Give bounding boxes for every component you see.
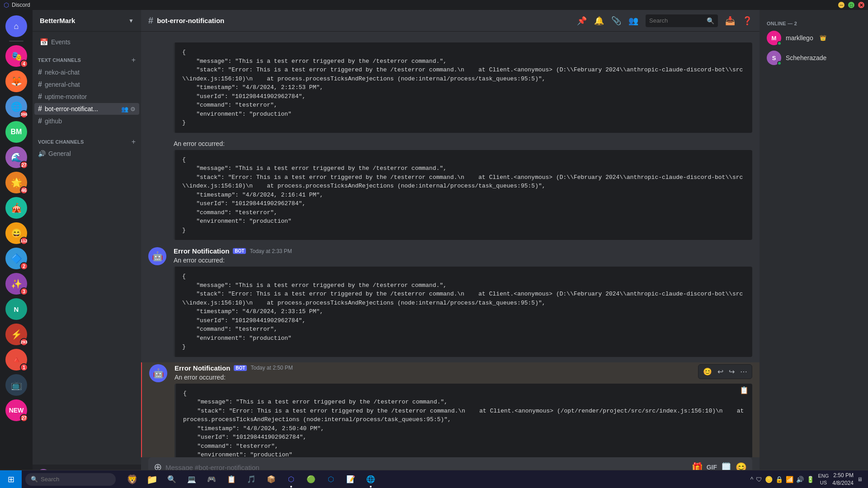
server-icon-1[interactable]: 🎭 4: [5, 45, 27, 67]
server-icon-8[interactable]: 😄 112: [5, 222, 27, 244]
add-voice-channel-icon[interactable]: +: [132, 138, 136, 146]
server-icon-13[interactable]: 🔺 1: [5, 349, 27, 371]
channel-item-general-chat[interactable]: # general-chat: [34, 79, 139, 90]
forward-button-4[interactable]: ↪: [727, 366, 736, 377]
title-bar-left: ⬡ Discord: [4, 1, 30, 9]
start-button[interactable]: ⊞: [0, 470, 22, 488]
taskbar-app-discord[interactable]: ⬡: [282, 470, 300, 488]
channel-item-bot-error-notification[interactable]: # bot-error-notificat... 👥 ⚙: [34, 103, 139, 115]
server-icon-5[interactable]: 🌊 27: [5, 146, 27, 168]
taskbar-search-input[interactable]: [41, 476, 104, 483]
category-header-text[interactable]: TEXT CHANNELS +: [36, 56, 137, 64]
member-item-scheherazade[interactable]: S Scheherazade: [763, 48, 864, 68]
taskbar-app-search[interactable]: 🔍: [163, 470, 181, 488]
server-badge-13: 1: [20, 363, 28, 371]
server-icon-14[interactable]: 📺: [5, 374, 27, 396]
server-icon-7[interactable]: 🎪: [5, 197, 27, 219]
member-name-markllego: markllego: [786, 34, 813, 42]
chat-search-input[interactable]: [649, 17, 704, 24]
settings-icon[interactable]: ⚙: [130, 106, 136, 113]
language-indicator[interactable]: ENGUS: [818, 473, 829, 486]
channel-item-github[interactable]: # github: [34, 115, 139, 127]
server-icon-10[interactable]: ✨ 3: [5, 273, 27, 295]
server-icon-2[interactable]: 🦊: [5, 70, 27, 92]
voice-channels-category: VOICE CHANNELS +: [33, 131, 141, 148]
more-options-button-4[interactable]: ⋯: [738, 366, 749, 377]
channel-list: 📅 Events TEXT CHANNELS + # neko-ai-chat …: [33, 32, 141, 465]
hash-icon: #: [38, 117, 42, 125]
taskbar-app-notes2[interactable]: 📝: [342, 470, 360, 488]
wifi-icon[interactable]: 📶: [786, 476, 793, 483]
system-time: 2:50 PM 4/8/2024: [832, 472, 854, 487]
message-group-3: 🤖 Error Notification BOT Today at 2:33 P…: [141, 245, 760, 361]
channel-item-general-voice[interactable]: 🔊 General: [34, 148, 139, 159]
taskbar-right: ^ 🛡 🪙 🔒 📶 🔊 🔋 ENGUS 2:50 PM 4/8/2024 🖥: [750, 472, 868, 487]
search-icon: 🔍: [707, 17, 714, 24]
pin-icon-2[interactable]: 📎: [611, 16, 621, 26]
channel-item-neko-ai-chat[interactable]: # neko-ai-chat: [34, 66, 139, 78]
coin-icon[interactable]: 🪙: [765, 476, 773, 483]
taskbar-app-green[interactable]: 🟢: [302, 470, 320, 488]
server-icon-home[interactable]: ⌂: [5, 15, 27, 37]
volume-icon[interactable]: 🔊: [796, 476, 804, 483]
taskbar-app-chrome[interactable]: 🌐: [362, 470, 380, 488]
server-icon-new[interactable]: NEW 27: [5, 399, 27, 421]
category-header-voice[interactable]: VOICE CHANNELS +: [36, 138, 137, 146]
server-icon-4[interactable]: BM: [5, 121, 27, 143]
message-content-3: Error Notification BOT Today at 2:33 PM …: [174, 247, 752, 359]
events-item[interactable]: 📅 Events: [34, 36, 139, 48]
message-actions-4: 😊 ↩ ↪ ⋯: [698, 364, 752, 379]
server-icon-6[interactable]: 🌟 46: [5, 172, 27, 193]
taskbar-app-code[interactable]: ⬡: [322, 470, 340, 488]
server-icon-11[interactable]: N: [5, 298, 27, 320]
chevron-down-icon: ▼: [128, 18, 134, 24]
channel-name: uptime-monitor: [45, 93, 87, 100]
members-list-icon[interactable]: 👥: [628, 16, 638, 26]
vscode-icon: ⬡: [328, 475, 334, 483]
chrome-icon: 🌐: [366, 475, 375, 483]
taskbar-app-terminal[interactable]: 💻: [183, 470, 201, 488]
taskbar-app-explorer[interactable]: 📁: [143, 470, 161, 488]
member-avatar-scheherazade: S: [767, 51, 781, 65]
help-icon[interactable]: ❓: [742, 16, 752, 26]
message-text-2: An error occurred:: [174, 140, 752, 147]
member-item-markllego[interactable]: M markllego 👑: [763, 28, 864, 48]
member-status-markllego: [777, 41, 782, 46]
message-header-4: Error Notification BOT Today at 2:50 PM: [175, 364, 752, 372]
message-content-1: { "message": "This is a test error trigg…: [174, 41, 752, 135]
battery-icon[interactable]: 🔋: [807, 476, 814, 483]
add-channel-icon[interactable]: +: [132, 56, 136, 64]
vpn-icon[interactable]: 🔒: [775, 476, 783, 483]
server-icon-9[interactable]: 🔷 2: [5, 248, 27, 269]
channel-item-uptime-monitor[interactable]: # uptime-monitor: [34, 91, 139, 103]
server-icon-3[interactable]: 🌐 396: [5, 96, 27, 117]
chat-search-box[interactable]: 🔍: [646, 14, 718, 27]
member-name-scheherazade: Scheherazade: [786, 54, 826, 61]
message-timestamp-3: Today at 2:33 PM: [250, 248, 292, 254]
taskbar-app-notes[interactable]: 📋: [222, 470, 241, 488]
close-button[interactable]: ✕: [858, 2, 864, 8]
antivirus-icon[interactable]: 🛡: [756, 476, 762, 483]
home-icon: ⌂: [14, 22, 19, 31]
maximize-button[interactable]: □: [848, 2, 854, 8]
taskbar-search-box[interactable]: 🔍: [25, 473, 116, 486]
server-header[interactable]: BetterMark ▼: [33, 10, 141, 32]
emoji-react-button-4[interactable]: 😊: [701, 366, 714, 377]
taskbar-app-music[interactable]: 🎵: [242, 470, 260, 488]
server-badge-12: 293: [20, 338, 28, 346]
members-icon[interactable]: 👥: [121, 106, 128, 113]
hash-icon: #: [38, 80, 42, 89]
chevron-up-icon[interactable]: ^: [750, 476, 754, 483]
taskbar-app-browser[interactable]: 🦁: [123, 470, 141, 488]
minimize-button[interactable]: ─: [838, 2, 844, 8]
inbox-icon[interactable]: 📥: [725, 16, 735, 26]
taskbar-app-package[interactable]: 📦: [262, 470, 280, 488]
channel-sidebar: BetterMark ▼ 📅 Events TEXT CHANNELS + # …: [33, 10, 141, 488]
reply-button-4[interactable]: ↩: [716, 366, 725, 377]
show-desktop-button[interactable]: 🖥: [857, 476, 863, 483]
pin-icon[interactable]: 📌: [577, 16, 587, 26]
copy-icon[interactable]: 📋: [740, 385, 749, 396]
server-icon-12[interactable]: ⚡ 293: [5, 324, 27, 345]
taskbar-app-game[interactable]: 🎮: [203, 470, 221, 488]
notifications-icon[interactable]: 🔔: [594, 16, 604, 26]
